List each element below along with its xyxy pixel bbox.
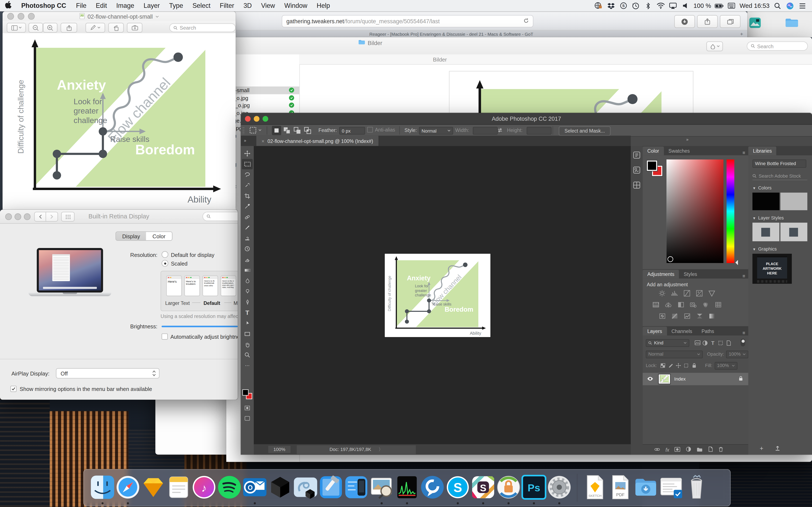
- kind-filter-select[interactable]: Kind: [646, 339, 689, 347]
- curves-icon[interactable]: [683, 290, 691, 297]
- selective-color-icon[interactable]: [708, 313, 716, 320]
- dock-trash[interactable]: [684, 474, 709, 500]
- markup-button[interactable]: [85, 23, 105, 33]
- add-mask-icon[interactable]: [675, 447, 681, 453]
- menu-edit[interactable]: Edit: [91, 2, 112, 9]
- active-tab[interactable]: Reageer - [Macbook Pro] Ervaringen & Dis…: [156, 32, 747, 37]
- channel-mixer-icon[interactable]: [702, 301, 709, 308]
- library-select[interactable]: Wine Bottle Frosted: [752, 159, 806, 168]
- library-style-2[interactable]: [780, 223, 807, 241]
- feather-input[interactable]: 0 px: [339, 127, 365, 135]
- menu-bar-clock[interactable]: Wed 16:53: [740, 2, 770, 9]
- invert-icon[interactable]: [658, 313, 666, 320]
- menu-file[interactable]: File: [71, 2, 91, 9]
- selection-mode-intersect[interactable]: [304, 127, 311, 134]
- folder-icon[interactable]: [785, 17, 799, 28]
- search-input[interactable]: Search: [169, 23, 236, 32]
- vibrance-icon[interactable]: [708, 290, 716, 297]
- tab-layers[interactable]: Layers: [643, 327, 667, 336]
- blur-tool[interactable]: [242, 276, 253, 286]
- layer-thumbnail[interactable]: [659, 375, 670, 384]
- tools-collapse-icon[interactable]: »: [244, 138, 246, 143]
- tab-libraries[interactable]: Libraries: [748, 147, 776, 155]
- volume-icon[interactable]: [681, 2, 690, 10]
- black-white-icon[interactable]: [677, 301, 685, 308]
- path-selection-tool[interactable]: [242, 318, 253, 329]
- menu-image[interactable]: Image: [112, 2, 139, 9]
- new-layer-icon[interactable]: [708, 446, 713, 453]
- sidebar-toggle-button[interactable]: [7, 23, 26, 33]
- more-tools-icon[interactable]: ⋯: [242, 360, 253, 371]
- opacity-input[interactable]: 100%: [726, 350, 748, 358]
- tab-color[interactable]: Color: [146, 232, 172, 240]
- info-panel-icon[interactable]: [633, 181, 641, 190]
- color-balance-icon[interactable]: [664, 301, 672, 308]
- panels-collapse-icon[interactable]: »: [686, 137, 689, 142]
- blend-mode-select[interactable]: Normal: [646, 350, 703, 358]
- menu-layer[interactable]: Layer: [139, 2, 165, 9]
- menu-window[interactable]: Window: [280, 2, 312, 9]
- library-style-1[interactable]: [752, 223, 779, 241]
- eraser-tool[interactable]: [242, 254, 253, 265]
- resolution-thumb-2[interactable]: Here's totroublem: [184, 276, 200, 296]
- canvas[interactable]: [254, 146, 631, 444]
- crop-tool[interactable]: [242, 190, 253, 201]
- search-input[interactable]: Search: [747, 42, 808, 51]
- dock-system-preferences[interactable]: [546, 474, 572, 500]
- dock-sketch[interactable]: [140, 474, 166, 500]
- share-button[interactable]: [697, 15, 718, 28]
- radio-scaled[interactable]: Scaled: [162, 260, 187, 267]
- fg-bg-color-swatches[interactable]: [647, 161, 662, 176]
- status-badge-icon[interactable]: S: [619, 2, 628, 10]
- brush-tool[interactable]: [242, 222, 253, 233]
- tab-paths[interactable]: Paths: [697, 327, 719, 336]
- dock-downloads[interactable]: [633, 474, 659, 500]
- filter-image-icon[interactable]: [693, 339, 701, 346]
- type-tool[interactable]: T: [242, 307, 253, 318]
- filter-type-icon[interactable]: T: [709, 339, 717, 346]
- apple-menu[interactable]: [0, 1, 16, 10]
- tab-styles[interactable]: Styles: [679, 270, 702, 279]
- time-machine-icon[interactable]: [631, 2, 640, 10]
- share-button[interactable]: [61, 23, 77, 33]
- dock-skype[interactable]: S: [445, 474, 471, 500]
- list-item[interactable]: 3_o.jpg: [226, 94, 299, 102]
- photo-filter-icon[interactable]: [689, 301, 697, 308]
- lock-position-icon[interactable]: [675, 362, 682, 369]
- dock-simulator[interactable]: [343, 474, 369, 500]
- history-brush-tool[interactable]: [242, 243, 253, 254]
- selection-mode-subtract[interactable]: [294, 127, 301, 134]
- resolution-thumb-default[interactable]: Here's to thtroublemakones who: [202, 276, 218, 296]
- spotlight-icon[interactable]: [773, 2, 782, 10]
- zoom-out-button[interactable]: [28, 23, 43, 33]
- title-chevron-icon[interactable]: [156, 15, 159, 18]
- resolution-thumb-more-space[interactable]: Here's to the crtroublemakers.ones who s…: [221, 276, 236, 296]
- menu-type[interactable]: Type: [165, 2, 188, 9]
- add-adjustment-icon[interactable]: [686, 446, 691, 453]
- dock-cisco-anyconnect[interactable]: [496, 474, 521, 500]
- siri-icon[interactable]: [786, 2, 795, 10]
- radio-default[interactable]: Default for display: [162, 251, 215, 258]
- style-select[interactable]: Normal: [419, 127, 453, 135]
- posterize-icon[interactable]: [671, 313, 678, 320]
- filter-smart-object-icon[interactable]: [724, 339, 732, 346]
- notification-center-icon[interactable]: [798, 2, 807, 10]
- add-library-item-icon[interactable]: +: [760, 445, 763, 452]
- library-graphic[interactable]: PLACEARTWORKHERE: [752, 254, 792, 284]
- menu-select[interactable]: Select: [188, 2, 215, 9]
- select-and-mask-button[interactable]: Select and Mask...: [559, 126, 611, 135]
- graphics-section-header[interactable]: ▼Graphics: [748, 246, 781, 251]
- link-layers-icon[interactable]: [654, 447, 660, 453]
- lasso-tool[interactable]: [242, 169, 253, 180]
- dock-unity-remote[interactable]: [293, 474, 318, 500]
- quick-selection-tool[interactable]: [242, 180, 253, 190]
- zoom-in-button[interactable]: [43, 23, 58, 33]
- levels-icon[interactable]: [671, 290, 678, 297]
- hue-slider[interactable]: [727, 159, 735, 263]
- threshold-icon[interactable]: [683, 313, 691, 320]
- dock-itunes[interactable]: ♪: [191, 474, 217, 500]
- tab-adjustments[interactable]: Adjustments: [643, 270, 679, 279]
- healing-brush-tool[interactable]: [242, 212, 253, 222]
- pen-tool[interactable]: [242, 297, 253, 307]
- wifi-icon[interactable]: [656, 2, 665, 10]
